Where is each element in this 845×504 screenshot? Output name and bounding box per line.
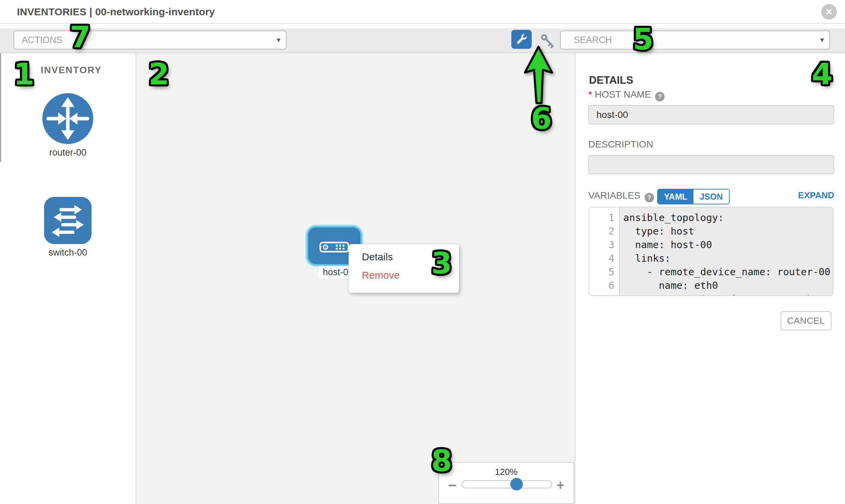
variables-editor[interactable]: 1 2 3 4 5 6 7 ansible_topology: type: ho… (589, 207, 833, 296)
inventory-topology-page: INVENTORIES | 00-networking-inventory ✕ … (0, 0, 845, 504)
device-label: router-00 (42, 147, 93, 158)
device-label: switch-00 (44, 248, 91, 258)
wrench-icon (513, 31, 530, 48)
code-line: name: host-00 (623, 238, 833, 252)
scrollbar[interactable] (0, 53, 1, 162)
line-number: 2 (589, 224, 619, 238)
zoom-slider-track[interactable] (461, 480, 552, 488)
variables-label: VARIABLES (588, 190, 640, 201)
code-line: remote_interface_name: eth0 (623, 292, 833, 296)
help-icon[interactable]: ? (655, 92, 665, 101)
line-number: 7 (589, 292, 619, 296)
description-label: DESCRIPTION (588, 139, 653, 150)
annotation-3: 3 (431, 249, 452, 278)
switch-icon (44, 197, 91, 244)
json-tab[interactable]: JSON (693, 190, 729, 204)
annotation-8: 8 (431, 446, 452, 476)
zoom-in-button[interactable]: + (557, 478, 564, 493)
editor-code: ansible_topology: type: host name: host-… (620, 208, 833, 296)
annotation-4: 4 (812, 59, 832, 89)
line-number: 3 (589, 238, 619, 252)
inventory-sidebar: INVENTORY router-00 (0, 53, 136, 504)
line-number: 4 (589, 252, 619, 265)
search-dropdown[interactable]: SEARCH ▾ (560, 31, 830, 50)
annotation-1: 1 (14, 59, 34, 89)
line-number: 5 (589, 265, 619, 278)
line-number: 1 (589, 211, 619, 224)
yaml-tab[interactable]: YAML (658, 190, 693, 204)
menu-item-remove[interactable]: Remove (362, 269, 400, 281)
format-toggle: YAML JSON (657, 189, 730, 204)
sidebar-heading: INVENTORY (41, 65, 102, 76)
code-line: - remote_device_name: router-00 (623, 265, 833, 278)
zoom-slider-handle[interactable] (510, 478, 523, 490)
close-icon: ✕ (825, 7, 833, 17)
host-name-label-row: *HOST NAME? (588, 89, 665, 101)
line-number: 6 (589, 278, 619, 292)
details-panel: DETAILS *HOST NAME? DESCRIPTION VARIABLE… (576, 53, 845, 504)
host-icon (319, 242, 349, 252)
code-line: ansible_topology: (623, 211, 833, 224)
router-icon (42, 93, 93, 144)
host-name-label: HOST NAME (595, 89, 651, 100)
cancel-button[interactable]: CANCEL (780, 311, 831, 330)
chevron-down-icon: ▾ (820, 36, 824, 44)
description-input[interactable] (588, 155, 834, 174)
required-asterisk: * (588, 89, 592, 100)
details-heading: DETAILS (589, 74, 633, 86)
toolbar: ACTIONS ▾ (0, 29, 845, 53)
host-name-input[interactable] (588, 105, 834, 124)
zoom-out-button[interactable]: − (448, 477, 457, 494)
variables-row: VARIABLES? YAML JSON EXPAND (588, 190, 834, 204)
header: INVENTORIES | 00-networking-inventory ✕ (0, 0, 845, 24)
menu-item-details[interactable]: Details (362, 251, 393, 263)
close-button[interactable]: ✕ (821, 4, 837, 20)
annotation-arrow-up-icon (522, 46, 556, 106)
zoom-control: 120% − + (438, 462, 574, 504)
annotation-2: 2 (148, 59, 169, 89)
sidebar-item-switch[interactable]: switch-00 (44, 197, 91, 258)
annotation-7: 7 (70, 22, 90, 52)
actions-placeholder: ACTIONS (22, 35, 63, 46)
code-line: links: (623, 252, 833, 265)
actions-dropdown[interactable]: ACTIONS ▾ (14, 31, 286, 50)
sidebar-item-router[interactable]: router-00 (42, 93, 93, 158)
code-line: name: eth0 (623, 278, 833, 292)
topology-canvas[interactable]: host-00 Details Remove 120% − + (136, 53, 576, 504)
editor-gutter: 1 2 3 4 5 6 7 (589, 208, 620, 295)
search-placeholder: SEARCH (574, 35, 612, 46)
zoom-level: 120% (439, 467, 574, 477)
annotation-5: 5 (633, 24, 653, 54)
chevron-down-icon: ▾ (277, 36, 280, 44)
help-icon[interactable]: ? (645, 193, 654, 202)
page-title: INVENTORIES | 00-networking-inventory (17, 6, 215, 18)
annotation-6: 6 (531, 104, 552, 133)
code-line: type: host (623, 224, 833, 238)
expand-link[interactable]: EXPAND (798, 190, 834, 201)
